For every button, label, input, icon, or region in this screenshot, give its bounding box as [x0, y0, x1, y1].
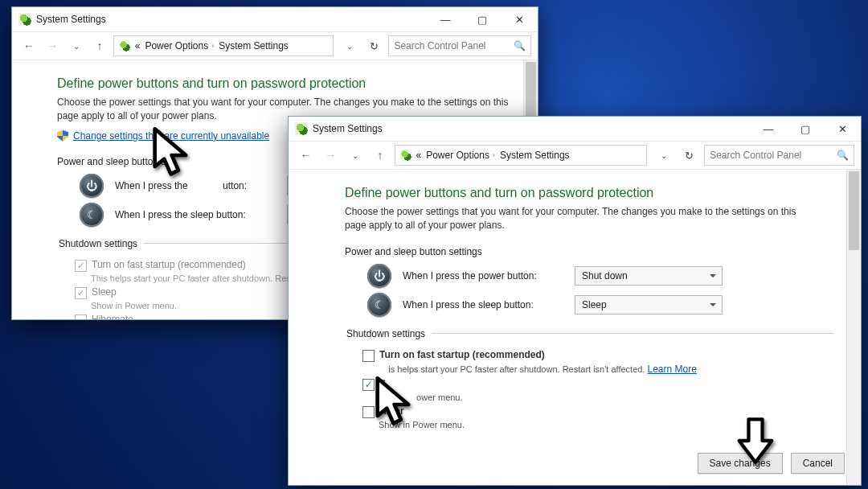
learn-more-link[interactable]: Learn More — [648, 364, 697, 375]
search-placeholder: Search Control Panel — [710, 150, 801, 161]
page-heading: Define power buttons and turn on passwor… — [57, 76, 510, 91]
shutdown-settings-legend: Shutdown settings — [345, 328, 432, 339]
fast-startup-checkbox: ✓ — [75, 260, 87, 272]
hibernate-checkbox[interactable] — [362, 406, 375, 418]
page-heading: Define power buttons and turn on passwor… — [345, 186, 833, 200]
fast-startup-label: Turn on fast startup (recommended) — [379, 349, 545, 360]
page-description: Choose the power settings that you want … — [345, 205, 803, 233]
sleep-option-label: Sleep — [92, 286, 117, 298]
titlebar[interactable]: System Settings — ▢ ✕ — [12, 7, 538, 32]
power-button-label: When I press the power button: — [403, 270, 563, 281]
sleep-icon: ☾ — [367, 293, 391, 317]
vertical-scrollbar[interactable] — [846, 170, 861, 485]
breadcrumb-dropdown[interactable]: ⌄ — [340, 35, 360, 57]
back-button[interactable]: ← — [295, 144, 317, 166]
power-icon: ⏻ — [367, 264, 391, 288]
refresh-button[interactable]: ↻ — [678, 150, 701, 162]
breadcrumb-bar[interactable]: « Power Options› System Settings — [395, 145, 647, 166]
window-system-settings-2: System Settings — ▢ ✕ ← → ⌄ ↑ « Power Op… — [288, 116, 862, 486]
power-button-label: When I press the utton: — [115, 180, 276, 191]
hibernate-checkbox — [75, 314, 87, 319]
power-icon: ⏻ — [80, 174, 104, 198]
sleep-icon: ☾ — [80, 203, 104, 227]
window-title: System Settings — [36, 14, 106, 25]
window-icon — [18, 13, 31, 26]
sleep-option-description: Sh ower menu. — [379, 392, 833, 402]
close-button[interactable]: ✕ — [824, 117, 861, 141]
fast-startup-checkbox[interactable] — [362, 350, 375, 362]
sleep-checkbox[interactable]: ✓ — [362, 379, 375, 391]
search-icon: 🔍 — [837, 150, 849, 161]
breadcrumb-root[interactable]: « — [135, 40, 141, 51]
save-changes-button[interactable]: Save changes — [698, 453, 783, 474]
breadcrumb-power-options[interactable]: Power Options› — [145, 40, 214, 51]
shutdown-settings-group: Shutdown settings Turn on fast startup (… — [345, 328, 833, 433]
shield-icon — [57, 130, 68, 142]
sleep-button-label: When I press the sleep button: — [115, 209, 276, 220]
nav-row: ← → ⌄ ↑ « Power Options› System Settings… — [12, 32, 538, 60]
shutdown-settings-legend: Shutdown settings — [57, 238, 144, 249]
minimize-button[interactable]: — — [750, 117, 787, 141]
close-button[interactable]: ✕ — [501, 7, 538, 31]
cancel-button[interactable]: Cancel — [791, 453, 845, 474]
back-button[interactable]: ← — [18, 35, 39, 57]
recent-dropdown[interactable]: ⌄ — [345, 144, 366, 166]
breadcrumb-icon — [400, 150, 411, 161]
breadcrumb-dropdown[interactable]: ⌄ — [653, 144, 675, 166]
section-power-sleep: Power and sleep button settings — [345, 246, 833, 257]
refresh-button[interactable]: ↻ — [363, 40, 385, 52]
up-button[interactable]: ↑ — [370, 144, 391, 166]
minimize-button[interactable]: — — [427, 7, 464, 31]
breadcrumb-root[interactable]: « — [416, 150, 422, 161]
power-button-select[interactable]: Shut down — [575, 266, 723, 286]
sleep-button-select[interactable]: Sleep — [575, 295, 723, 314]
breadcrumb-power-options[interactable]: Power Options› — [426, 150, 495, 161]
forward-button[interactable]: → — [42, 35, 62, 57]
breadcrumb-system-settings[interactable]: System Settings — [500, 150, 570, 161]
search-input[interactable]: Search Control Panel 🔍 — [388, 35, 531, 56]
hibernate-label: Hiber — [379, 405, 404, 417]
breadcrumb-system-settings[interactable]: System Settings — [219, 40, 289, 51]
hibernate-label: Hibernate — [92, 314, 133, 319]
fast-startup-description: is helps start your PC faster after shut… — [379, 364, 833, 375]
search-icon: 🔍 — [514, 40, 526, 51]
sleep-checkbox: ✓ — [75, 287, 87, 299]
sleep-option-label: S — [379, 378, 386, 389]
window-icon — [295, 122, 308, 135]
up-button[interactable]: ↑ — [89, 35, 109, 57]
breadcrumb-bar[interactable]: « Power Options› System Settings — [113, 35, 334, 56]
fast-startup-label: Turn on fast startup (recommended) — [92, 259, 246, 270]
recent-dropdown[interactable]: ⌄ — [66, 35, 86, 57]
maximize-button[interactable]: ▢ — [787, 117, 824, 141]
change-settings-link[interactable]: Change settings that are currently unava… — [73, 130, 269, 142]
forward-button[interactable]: → — [320, 144, 342, 166]
search-placeholder: Search Control Panel — [394, 40, 485, 51]
sleep-button-label: When I press the sleep button: — [403, 299, 563, 310]
window-title: System Settings — [313, 123, 383, 134]
nav-row: ← → ⌄ ↑ « Power Options› System Settings… — [289, 142, 861, 170]
titlebar[interactable]: System Settings — ▢ ✕ — [289, 117, 861, 142]
maximize-button[interactable]: ▢ — [464, 7, 501, 31]
breadcrumb-icon — [119, 40, 130, 51]
search-input[interactable]: Search Control Panel 🔍 — [704, 145, 854, 166]
hibernate-description: Show in Power menu. — [379, 420, 833, 429]
